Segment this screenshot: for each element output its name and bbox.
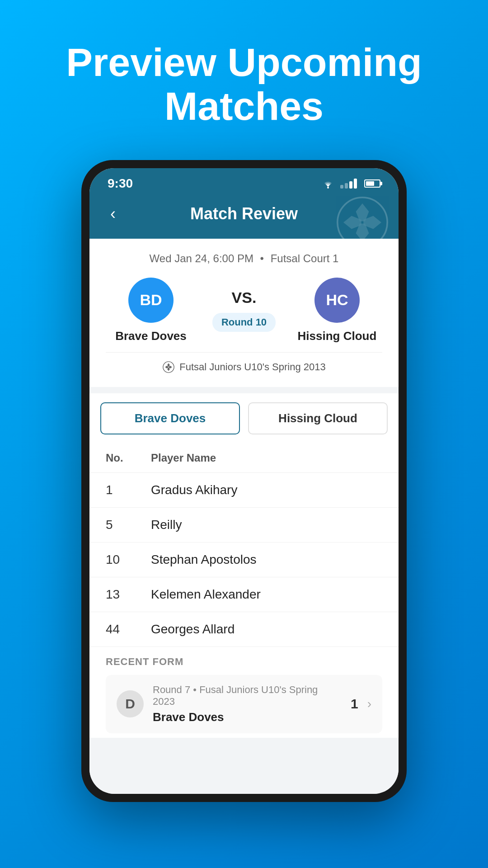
svg-point-0 — [327, 187, 329, 189]
player-row[interactable]: 1 Gradus Akihary — [89, 473, 399, 508]
team-tabs: Brave Doves Hissing Cloud — [89, 393, 399, 443]
vs-section: VS. Round 10 — [212, 289, 276, 332]
battery-icon — [364, 179, 380, 188]
player-name: Kelemen Alexander — [151, 587, 261, 602]
chevron-right-icon: › — [367, 697, 371, 711]
recent-match-team: Brave Doves — [153, 710, 342, 724]
recent-match-meta: Round 7 • Fusal Juniors U10's Spring 202… — [153, 684, 342, 708]
wifi-icon — [321, 179, 335, 189]
back-button[interactable]: ‹ — [106, 203, 120, 225]
content-area: Wed Jan 24, 6:00 PM • Futsal Court 1 BD … — [89, 239, 399, 794]
svg-point-6 — [163, 361, 174, 372]
player-name: Reilly — [151, 518, 182, 532]
signal-icon — [340, 179, 357, 189]
status-icons — [321, 179, 380, 189]
status-time: 9:30 — [108, 176, 133, 191]
player-list: No. Player Name 1 Gradus Akihary 5 Reill… — [89, 443, 399, 647]
player-row[interactable]: 44 Georges Allard — [89, 612, 399, 647]
player-list-header: No. Player Name — [89, 443, 399, 473]
home-team: BD Brave Doves — [106, 278, 196, 343]
player-row[interactable]: 5 Reilly — [89, 508, 399, 542]
soccer-ball-decoration — [335, 195, 389, 250]
teams-row: BD Brave Doves VS. Round 10 HC Hissing C… — [106, 278, 382, 343]
phone-screen: 9:30 — [89, 168, 399, 794]
svg-marker-9 — [165, 366, 169, 368]
player-name: Georges Allard — [151, 622, 235, 637]
result-badge: D — [117, 690, 144, 717]
player-row[interactable]: 10 Stephan Apostolos — [89, 542, 399, 577]
vs-label: VS. — [232, 289, 257, 307]
page-title: Match Review — [190, 204, 298, 223]
recent-form-card[interactable]: D Round 7 • Fusal Juniors U10's Spring 2… — [106, 675, 382, 733]
player-name: Stephan Apostolos — [151, 552, 257, 567]
svg-marker-7 — [168, 363, 170, 366]
phone-frame: 9:30 — [81, 160, 407, 802]
app-header: ‹ Match Review — [89, 195, 399, 239]
player-number: 13 — [106, 587, 133, 602]
player-name: Gradus Akihary — [151, 483, 237, 497]
league-name: Futsal Juniors U10's Spring 2013 — [179, 361, 325, 373]
status-bar: 9:30 — [89, 168, 399, 195]
col-no-label: No. — [106, 452, 133, 464]
recent-match-info: Round 7 • Fusal Juniors U10's Spring 202… — [153, 684, 342, 724]
match-card: Wed Jan 24, 6:00 PM • Futsal Court 1 BD … — [89, 239, 399, 387]
home-team-name: Brave Doves — [115, 329, 187, 343]
tab-brave-doves[interactable]: Brave Doves — [100, 402, 240, 434]
col-name-label: Player Name — [151, 452, 216, 464]
svg-marker-10 — [169, 366, 172, 368]
round-badge: Round 10 — [212, 313, 276, 332]
tab-hissing-cloud[interactable]: Hissing Cloud — [248, 402, 388, 434]
home-team-avatar: BD — [128, 278, 174, 323]
recent-form-section: RECENT FORM D Round 7 • Fusal Juniors U1… — [89, 647, 399, 738]
league-soccer-icon — [162, 361, 175, 373]
away-team-name: Hissing Cloud — [298, 329, 377, 343]
match-datetime: Wed Jan 24, 6:00 PM • Futsal Court 1 — [106, 252, 382, 265]
league-row: Futsal Juniors U10's Spring 2013 — [106, 352, 382, 373]
player-row[interactable]: 13 Kelemen Alexander — [89, 577, 399, 612]
recent-score: 1 — [351, 696, 358, 712]
player-number: 10 — [106, 552, 133, 567]
recent-form-title: RECENT FORM — [106, 656, 382, 668]
away-team-avatar: HC — [314, 278, 360, 323]
player-number: 1 — [106, 483, 133, 497]
away-team: HC Hissing Cloud — [292, 278, 382, 343]
player-number: 44 — [106, 622, 133, 637]
hero-title: Preview Upcoming Matches — [0, 41, 488, 128]
player-number: 5 — [106, 518, 133, 532]
svg-marker-8 — [168, 368, 170, 371]
